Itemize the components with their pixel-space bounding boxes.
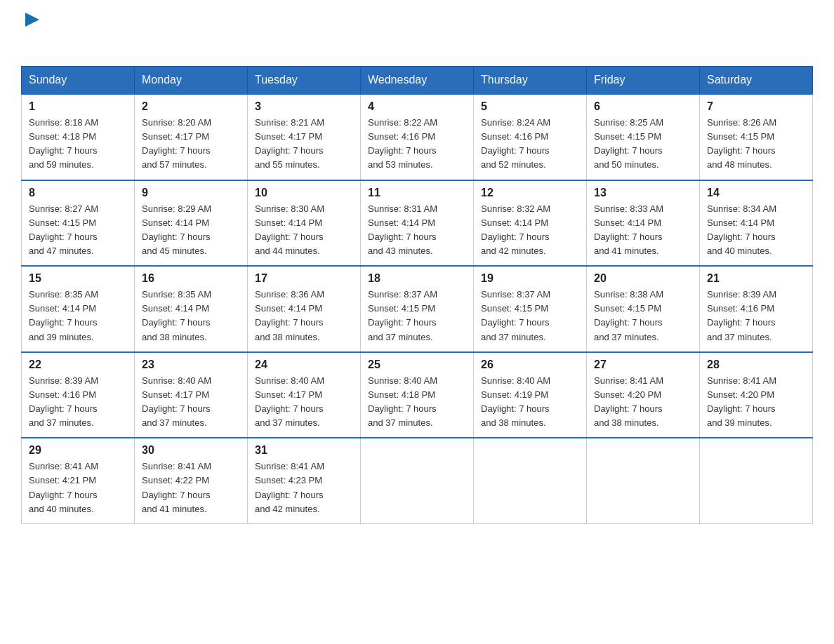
- day-number: 17: [255, 272, 353, 285]
- header-thursday: Thursday: [474, 67, 587, 95]
- header-tuesday: Tuesday: [248, 67, 361, 95]
- day-number: 29: [29, 444, 127, 457]
- calendar-cell: 4 Sunrise: 8:22 AM Sunset: 4:16 PM Dayli…: [361, 94, 474, 180]
- calendar-cell: 26 Sunrise: 8:40 AM Sunset: 4:19 PM Dayl…: [474, 352, 587, 438]
- day-info: Sunrise: 8:39 AM Sunset: 4:16 PM Dayligh…: [707, 288, 805, 344]
- calendar-cell: 19 Sunrise: 8:37 AM Sunset: 4:15 PM Dayl…: [474, 266, 587, 352]
- calendar-cell: 24 Sunrise: 8:40 AM Sunset: 4:17 PM Dayl…: [248, 352, 361, 438]
- header-monday: Monday: [135, 67, 248, 95]
- calendar-cell: 30 Sunrise: 8:41 AM Sunset: 4:22 PM Dayl…: [135, 438, 248, 523]
- day-number: 15: [29, 272, 127, 285]
- day-info: Sunrise: 8:37 AM Sunset: 4:15 PM Dayligh…: [481, 288, 579, 344]
- calendar-cell: [700, 438, 813, 523]
- day-info: Sunrise: 8:26 AM Sunset: 4:15 PM Dayligh…: [707, 116, 805, 173]
- day-number: 16: [142, 272, 240, 285]
- day-info: Sunrise: 8:36 AM Sunset: 4:14 PM Dayligh…: [255, 288, 353, 344]
- calendar-cell: 25 Sunrise: 8:40 AM Sunset: 4:18 PM Dayl…: [361, 352, 474, 438]
- calendar-week-3: 15 Sunrise: 8:35 AM Sunset: 4:14 PM Dayl…: [22, 266, 813, 352]
- day-number: 21: [707, 272, 805, 285]
- day-info: Sunrise: 8:41 AM Sunset: 4:23 PM Dayligh…: [255, 459, 353, 516]
- day-number: 27: [594, 358, 692, 371]
- calendar-week-2: 8 Sunrise: 8:27 AM Sunset: 4:15 PM Dayli…: [22, 180, 813, 267]
- day-number: 4: [368, 100, 466, 113]
- day-number: 24: [255, 358, 353, 371]
- day-info: Sunrise: 8:41 AM Sunset: 4:20 PM Dayligh…: [594, 374, 692, 431]
- day-number: 25: [368, 358, 466, 371]
- calendar-header-row: SundayMondayTuesdayWednesdayThursdayFrid…: [22, 67, 813, 95]
- logo: [21, 14, 42, 52]
- calendar-cell: 23 Sunrise: 8:40 AM Sunset: 4:17 PM Dayl…: [135, 352, 248, 438]
- day-info: Sunrise: 8:33 AM Sunset: 4:14 PM Dayligh…: [594, 202, 692, 259]
- calendar-cell: 12 Sunrise: 8:32 AM Sunset: 4:14 PM Dayl…: [474, 180, 587, 267]
- calendar-cell: 2 Sunrise: 8:20 AM Sunset: 4:17 PM Dayli…: [135, 94, 248, 180]
- calendar-week-5: 29 Sunrise: 8:41 AM Sunset: 4:21 PM Dayl…: [22, 438, 813, 523]
- header-sunday: Sunday: [22, 67, 135, 95]
- header-saturday: Saturday: [700, 67, 813, 95]
- day-number: 9: [142, 187, 240, 199]
- day-number: 26: [481, 358, 579, 371]
- calendar-cell: 6 Sunrise: 8:25 AM Sunset: 4:15 PM Dayli…: [587, 94, 700, 180]
- day-info: Sunrise: 8:40 AM Sunset: 4:17 PM Dayligh…: [142, 374, 240, 431]
- calendar-cell: [587, 438, 700, 523]
- day-number: 12: [481, 187, 579, 199]
- day-info: Sunrise: 8:41 AM Sunset: 4:20 PM Dayligh…: [707, 374, 805, 431]
- calendar-cell: [474, 438, 587, 523]
- day-number: 13: [594, 187, 692, 199]
- calendar-cell: 8 Sunrise: 8:27 AM Sunset: 4:15 PM Dayli…: [22, 180, 135, 267]
- day-info: Sunrise: 8:18 AM Sunset: 4:18 PM Dayligh…: [29, 116, 127, 173]
- calendar-cell: 17 Sunrise: 8:36 AM Sunset: 4:14 PM Dayl…: [248, 266, 361, 352]
- day-info: Sunrise: 8:38 AM Sunset: 4:15 PM Dayligh…: [594, 288, 692, 344]
- header-friday: Friday: [587, 67, 700, 95]
- calendar-cell: 5 Sunrise: 8:24 AM Sunset: 4:16 PM Dayli…: [474, 94, 587, 180]
- calendar-table: SundayMondayTuesdayWednesdayThursdayFrid…: [21, 66, 813, 524]
- calendar-cell: 31 Sunrise: 8:41 AM Sunset: 4:23 PM Dayl…: [248, 438, 361, 523]
- day-number: 18: [368, 272, 466, 285]
- calendar-cell: 15 Sunrise: 8:35 AM Sunset: 4:14 PM Dayl…: [22, 266, 135, 352]
- day-info: Sunrise: 8:31 AM Sunset: 4:14 PM Dayligh…: [368, 202, 466, 259]
- calendar-cell: 13 Sunrise: 8:33 AM Sunset: 4:14 PM Dayl…: [587, 180, 700, 267]
- day-number: 2: [142, 100, 240, 113]
- day-number: 20: [594, 272, 692, 285]
- day-info: Sunrise: 8:39 AM Sunset: 4:16 PM Dayligh…: [29, 374, 127, 431]
- day-info: Sunrise: 8:37 AM Sunset: 4:15 PM Dayligh…: [368, 288, 466, 344]
- day-info: Sunrise: 8:40 AM Sunset: 4:17 PM Dayligh…: [255, 374, 353, 431]
- day-info: Sunrise: 8:35 AM Sunset: 4:14 PM Dayligh…: [29, 288, 127, 344]
- calendar-week-4: 22 Sunrise: 8:39 AM Sunset: 4:16 PM Dayl…: [22, 352, 813, 438]
- day-info: Sunrise: 8:34 AM Sunset: 4:14 PM Dayligh…: [707, 202, 805, 259]
- day-info: Sunrise: 8:29 AM Sunset: 4:14 PM Dayligh…: [142, 202, 240, 259]
- day-number: 10: [255, 187, 353, 199]
- calendar-cell: 27 Sunrise: 8:41 AM Sunset: 4:20 PM Dayl…: [587, 352, 700, 438]
- day-number: 7: [707, 100, 805, 113]
- calendar-cell: 22 Sunrise: 8:39 AM Sunset: 4:16 PM Dayl…: [22, 352, 135, 438]
- svg-marker-0: [25, 13, 39, 27]
- day-number: 1: [29, 100, 127, 113]
- day-number: 14: [707, 187, 805, 199]
- calendar-cell: 20 Sunrise: 8:38 AM Sunset: 4:15 PM Dayl…: [587, 266, 700, 352]
- day-info: Sunrise: 8:25 AM Sunset: 4:15 PM Dayligh…: [594, 116, 692, 173]
- day-info: Sunrise: 8:24 AM Sunset: 4:16 PM Dayligh…: [481, 116, 579, 173]
- day-info: Sunrise: 8:41 AM Sunset: 4:21 PM Dayligh…: [29, 459, 127, 516]
- day-info: Sunrise: 8:22 AM Sunset: 4:16 PM Dayligh…: [368, 116, 466, 173]
- calendar-week-1: 1 Sunrise: 8:18 AM Sunset: 4:18 PM Dayli…: [22, 94, 813, 180]
- day-info: Sunrise: 8:40 AM Sunset: 4:18 PM Dayligh…: [368, 374, 466, 431]
- day-info: Sunrise: 8:21 AM Sunset: 4:17 PM Dayligh…: [255, 116, 353, 173]
- day-number: 5: [481, 100, 579, 113]
- logo-triangle-icon: [22, 10, 42, 29]
- calendar-cell: [361, 438, 474, 523]
- day-number: 28: [707, 358, 805, 371]
- day-number: 11: [368, 187, 466, 199]
- day-info: Sunrise: 8:30 AM Sunset: 4:14 PM Dayligh…: [255, 202, 353, 259]
- page-header: [21, 14, 813, 52]
- calendar-cell: 11 Sunrise: 8:31 AM Sunset: 4:14 PM Dayl…: [361, 180, 474, 267]
- calendar-cell: 7 Sunrise: 8:26 AM Sunset: 4:15 PM Dayli…: [700, 94, 813, 180]
- calendar-cell: 28 Sunrise: 8:41 AM Sunset: 4:20 PM Dayl…: [700, 352, 813, 438]
- day-info: Sunrise: 8:27 AM Sunset: 4:15 PM Dayligh…: [29, 202, 127, 259]
- day-number: 19: [481, 272, 579, 285]
- day-info: Sunrise: 8:20 AM Sunset: 4:17 PM Dayligh…: [142, 116, 240, 173]
- calendar-cell: 14 Sunrise: 8:34 AM Sunset: 4:14 PM Dayl…: [700, 180, 813, 267]
- calendar-cell: 18 Sunrise: 8:37 AM Sunset: 4:15 PM Dayl…: [361, 266, 474, 352]
- calendar-cell: 29 Sunrise: 8:41 AM Sunset: 4:21 PM Dayl…: [22, 438, 135, 523]
- day-number: 22: [29, 358, 127, 371]
- calendar-cell: 21 Sunrise: 8:39 AM Sunset: 4:16 PM Dayl…: [700, 266, 813, 352]
- day-number: 23: [142, 358, 240, 371]
